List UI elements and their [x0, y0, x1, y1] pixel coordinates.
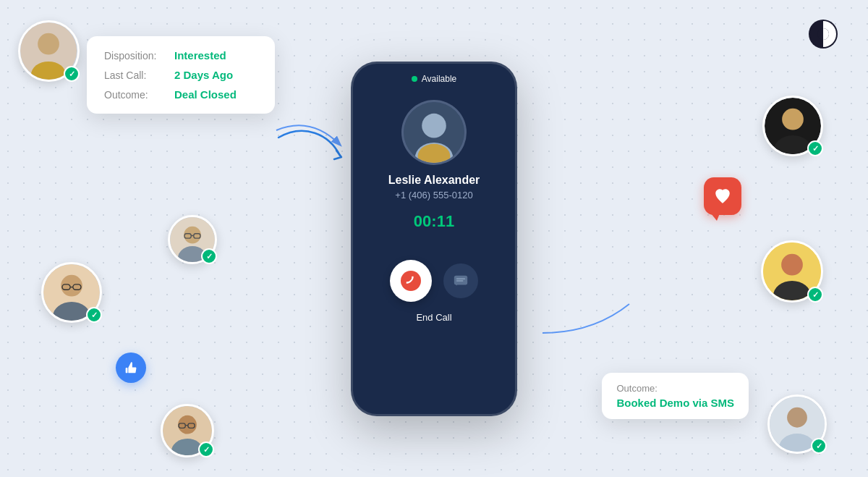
scene: Disposition: Interested Last Call: 2 Day…	[0, 0, 868, 477]
last-call-value: 2 Days Ago	[174, 69, 233, 81]
svg-point-16	[184, 227, 201, 244]
caller-name: Leslie Alexander	[388, 174, 480, 187]
svg-point-28	[178, 415, 197, 434]
outcome-label: Outcome:	[104, 89, 166, 101]
check-badge-bottom-right: ✓	[811, 438, 827, 454]
disposition-label: Disposition:	[104, 50, 166, 62]
svg-point-4	[422, 113, 446, 138]
outcome-card: Outcome: Booked Demo via SMS	[602, 373, 749, 419]
disposition-value: Interested	[174, 49, 226, 62]
svg-rect-11	[126, 368, 128, 373]
svg-point-37	[781, 254, 803, 276]
caller-avatar	[401, 100, 467, 165]
avatar-bottom-left: ✓	[159, 402, 216, 459]
avatar-mid-right: ✓	[760, 239, 825, 304]
check-badge-bottom-left: ✓	[198, 442, 214, 457]
last-call-row: Last Call: 2 Days Ago	[104, 69, 258, 81]
outcome-card-label: Outcome:	[616, 383, 734, 394]
svg-point-13	[38, 33, 59, 54]
call-timer: 00:11	[414, 212, 454, 231]
avatar-bottom-right: ✓	[766, 393, 828, 455]
caller-avatar-wrap	[401, 100, 467, 165]
sms-button[interactable]	[443, 263, 478, 298]
avatar-mid-left: ✓	[40, 261, 103, 324]
end-call-label: End Call	[416, 312, 451, 323]
phone-mockup: Available Leslie Alexander +1 (406) 555-…	[351, 62, 517, 416]
svg-point-34	[782, 109, 804, 130]
like-bubble	[116, 353, 146, 383]
available-label: Available	[422, 74, 456, 84]
heart-bubble	[704, 177, 741, 215]
last-call-label: Last Call:	[104, 69, 166, 81]
svg-point-22	[61, 275, 82, 297]
svg-point-40	[787, 408, 807, 428]
disposition-row: Disposition: Interested	[104, 49, 258, 62]
check-badge-mid-right: ✓	[807, 287, 823, 303]
avatar-mid-left-top: ✓	[166, 214, 218, 266]
phone-status-bar: Available	[353, 64, 515, 88]
check-badge-top-left: ✓	[64, 66, 80, 82]
call-actions	[390, 260, 478, 302]
end-call-button[interactable]	[390, 260, 432, 302]
check-badge-mid-left-top: ✓	[201, 248, 217, 264]
caller-phone: +1 (406) 555-0120	[395, 190, 472, 200]
check-badge-mid-left: ✓	[86, 307, 102, 323]
info-card: Disposition: Interested Last Call: 2 Day…	[87, 36, 275, 114]
outcome-value: Deal Closed	[174, 88, 237, 101]
avatar-top-right: ✓	[761, 94, 825, 158]
outcome-card-value: Booked Demo via SMS	[616, 397, 734, 409]
brand-icon	[807, 18, 839, 50]
available-indicator	[412, 76, 417, 82]
avatar-top-left: ✓	[16, 18, 81, 83]
check-badge-top-right: ✓	[807, 140, 823, 156]
outcome-row: Outcome: Deal Closed	[104, 88, 258, 101]
